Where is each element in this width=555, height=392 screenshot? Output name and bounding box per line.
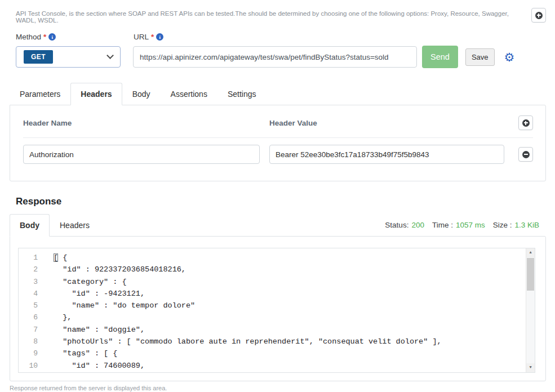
info-icon[interactable] [156, 33, 163, 41]
headers-panel: Header Name Header Value [10, 105, 546, 181]
plus-circle-icon [522, 119, 530, 127]
method-label: Method * [16, 33, 134, 41]
send-button[interactable]: Send [422, 46, 458, 68]
page-description: API Test Console, is the section where S… [16, 8, 512, 24]
status-label: Status: [385, 221, 409, 229]
header-name-input[interactable] [23, 145, 260, 164]
scroll-down-arrow-icon[interactable]: ▼ [526, 363, 535, 372]
tab-parameters[interactable]: Parameters [10, 83, 70, 105]
tab-headers[interactable]: Headers [70, 83, 122, 105]
tab-body[interactable]: Body [122, 83, 161, 105]
request-row: GET Send Save ⚙ [16, 46, 546, 68]
headers-columns: Header Name Header Value [23, 115, 533, 138]
header-row [23, 145, 533, 164]
topbar: API Test Console, is the section where S… [10, 8, 546, 24]
url-label: URL * [134, 33, 163, 41]
required-marker: * [43, 33, 46, 41]
response-status-bar: Status: 200 Time : 1057 ms Size : 1.3 Ki… [385, 221, 546, 229]
status-value: 200 [411, 221, 424, 229]
headers-panel-body: Header Name Header Value [10, 105, 545, 181]
response-title: Response [16, 196, 546, 207]
minus-circle-icon [522, 151, 530, 158]
header-value-input[interactable] [269, 145, 504, 164]
chevron-down-icon [106, 52, 114, 59]
size-value: 1.3 KiB [514, 221, 539, 229]
response-body-editor[interactable]: 1234567891011 [ { "id" : 922337203685401… [18, 248, 535, 373]
url-label-text: URL [134, 33, 149, 41]
response-helper-text: Response returned from the server is dis… [10, 385, 546, 391]
tab-response-body[interactable]: Body [10, 214, 50, 237]
tab-settings[interactable]: Settings [217, 83, 267, 105]
method-select[interactable]: GET [16, 46, 121, 68]
method-label-text: Method [16, 33, 41, 41]
tab-assertions[interactable]: Assertions [161, 83, 217, 105]
request-field-labels: Method * URL * [16, 33, 546, 41]
url-input[interactable] [133, 46, 417, 68]
response-tabs-row: Body Headers Status: 200 Time : 1057 ms … [10, 214, 546, 236]
plus-circle-icon [535, 12, 543, 19]
info-icon[interactable] [48, 33, 56, 41]
gear-icon[interactable]: ⚙ [504, 51, 515, 63]
time-label: Time : [432, 221, 453, 229]
line-numbers: 1234567891011 [19, 252, 38, 373]
request-tabs: Parameters Headers Body Assertions Setti… [10, 83, 546, 105]
required-marker: * [151, 33, 154, 41]
header-name-column: Header Name [23, 119, 269, 127]
method-badge: GET [24, 50, 53, 64]
tab-response-headers[interactable]: Headers [50, 214, 100, 237]
remove-header-button[interactable] [518, 147, 533, 162]
header-value-column: Header Value [269, 119, 518, 127]
code-scroll-area: 1234567891011 [ { "id" : 922337203685401… [19, 248, 535, 373]
save-button[interactable]: Save [465, 48, 495, 66]
response-tabs: Body Headers [10, 214, 100, 236]
size-label: Size : [493, 221, 512, 229]
add-header-button[interactable] [518, 115, 533, 130]
api-test-console-page: API Test Console, is the section where S… [0, 0, 555, 391]
response-panel: 1234567891011 [ { "id" : 922337203685401… [10, 236, 546, 381]
vertical-scrollbar[interactable]: ▲ ▼ [526, 248, 535, 372]
scrollbar-thumb[interactable] [527, 258, 534, 291]
time-value: 1057 ms [456, 221, 485, 229]
console-action-button[interactable] [531, 8, 546, 23]
code-lines: [ { "id" : 9223372036854018216, "categor… [38, 252, 442, 373]
scroll-up-arrow-icon[interactable]: ▲ [526, 248, 535, 257]
